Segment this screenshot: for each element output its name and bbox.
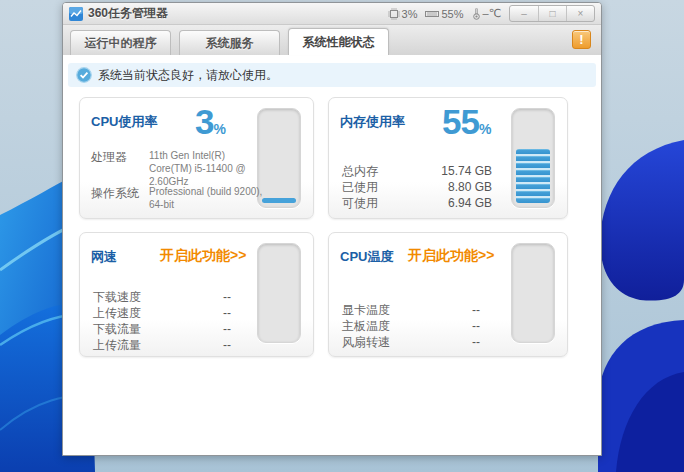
titlebar-memory-stat: 55% (425, 8, 463, 20)
network-stats: 下载速度 -- 上传速度 -- 下载流量 -- 上传流量 -- (93, 290, 231, 353)
memory-usage-panel: 内存使用率 55% 总内存 15.74 GB 已使用 8.80 GB (328, 97, 568, 219)
tab-running-programs[interactable]: 运行中的程序 (70, 30, 171, 55)
network-speed-panel: 网速 开启此功能>> 下载速度 -- 上传速度 -- 下载流量 (79, 232, 314, 357)
alert-button[interactable]: ! (572, 30, 591, 49)
window-controls: – □ × (509, 5, 595, 22)
tabbar: 运行中的程序 系统服务 系统性能状态 ! (63, 25, 601, 55)
fan-speed-row: 风扇转速 -- (342, 335, 480, 350)
titlebar-temp-value: –℃ (483, 7, 501, 20)
titlebar-status: 3% 55% –℃ (388, 7, 501, 20)
cpu-usage-value: 3% (195, 102, 226, 142)
motherboard-temp-row: 主板温度 -- (342, 319, 480, 334)
download-speed-row: 下载速度 -- (93, 290, 231, 305)
thermometer-icon (472, 7, 481, 20)
task-manager-window: 360任务管理器 3% 55% (62, 2, 602, 456)
memory-gauge (511, 108, 555, 208)
app-icon (69, 7, 83, 21)
upload-traffic-row: 上传流量 -- (93, 338, 231, 353)
desktop: 360任务管理器 3% 55% (0, 0, 684, 472)
cpu-os-row: 操作系统 Professional (build 9200), 64-bit (91, 185, 269, 211)
memory-usage-value: 55% (442, 102, 491, 142)
cpu-os-label: 操作系统 (91, 185, 149, 211)
temperature-enable-link[interactable]: 开启此功能>> (408, 247, 494, 265)
minimize-button[interactable]: – (510, 6, 538, 21)
check-circle-icon (76, 67, 92, 83)
upload-speed-row: 上传速度 -- (93, 306, 231, 321)
close-button[interactable]: × (566, 6, 594, 21)
network-panel-title: 网速 (91, 248, 117, 266)
cpu-processor-label: 处理器 (91, 149, 149, 188)
ram-icon (425, 9, 439, 19)
cpu-usage-panel: CPU使用率 3% 处理器 11th Gen Intel(R) Core(TM)… (79, 97, 314, 219)
window-title: 360任务管理器 (88, 5, 168, 22)
titlebar[interactable]: 360任务管理器 3% 55% (63, 3, 601, 25)
titlebar-temp-stat: –℃ (472, 7, 501, 20)
memory-panel-title: 内存使用率 (340, 113, 405, 131)
cpu-chip-icon (388, 8, 400, 20)
memory-stats: 总内存 15.74 GB 已使用 8.80 GB 可使用 6.94 GB (342, 164, 492, 211)
tab-system-performance[interactable]: 系统性能状态 (288, 28, 389, 55)
content-area: 系统当前状态良好，请放心使用。 CPU使用率 3% 处理器 11th Gen I… (63, 55, 601, 455)
memory-available-row: 可使用 6.94 GB (342, 196, 492, 211)
gpu-temp-row: 显卡温度 -- (342, 303, 480, 318)
network-enable-link[interactable]: 开启此功能>> (160, 247, 246, 265)
maximize-button[interactable]: □ (538, 6, 566, 21)
memory-total-row: 总内存 15.74 GB (342, 164, 492, 179)
temperature-gauge (511, 243, 555, 343)
cpu-os-value: Professional (build 9200), 64-bit (149, 185, 269, 211)
download-traffic-row: 下载流量 -- (93, 322, 231, 337)
cpu-temperature-panel: CPU温度 开启此功能>> 显卡温度 -- 主板温度 -- 风扇转速 (328, 232, 568, 357)
titlebar-memory-value: 55% (441, 8, 463, 20)
network-gauge (257, 243, 301, 343)
cpu-processor-value: 11th Gen Intel(R) Core(TM) i5-11400 @ 2.… (149, 149, 269, 188)
memory-gauge-fill (516, 149, 550, 203)
temperature-panel-title: CPU温度 (340, 248, 393, 266)
status-message: 系统当前状态良好，请放心使用。 (98, 67, 278, 84)
tab-system-services[interactable]: 系统服务 (179, 30, 280, 55)
titlebar-cpu-stat: 3% (388, 8, 418, 20)
system-status-banner: 系统当前状态良好，请放心使用。 (68, 63, 596, 87)
cpu-processor-row: 处理器 11th Gen Intel(R) Core(TM) i5-11400 … (91, 149, 269, 188)
titlebar-cpu-value: 3% (402, 8, 418, 20)
cpu-panel-title: CPU使用率 (91, 113, 157, 131)
memory-used-row: 已使用 8.80 GB (342, 180, 492, 195)
temperature-stats: 显卡温度 -- 主板温度 -- 风扇转速 -- (342, 303, 480, 350)
